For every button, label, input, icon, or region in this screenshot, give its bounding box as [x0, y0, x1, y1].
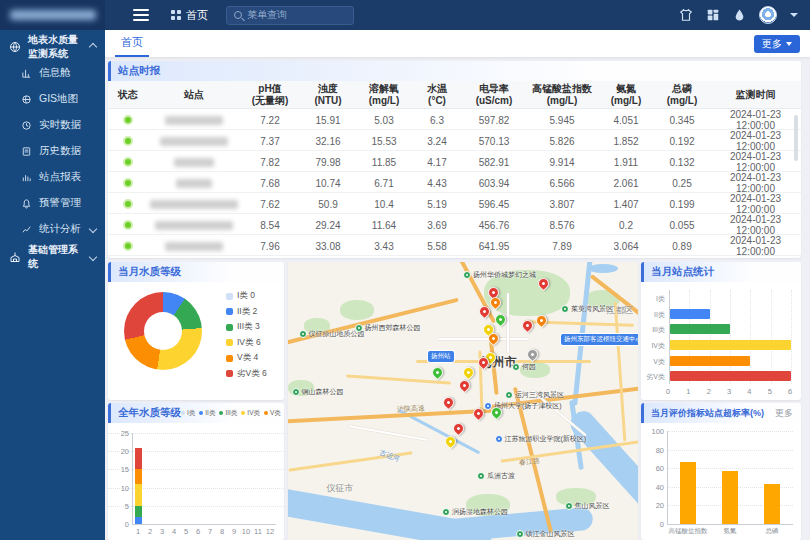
table-row[interactable]: 8.5429.2411.643.69456.768.5760.20.055202…	[108, 214, 801, 235]
category-label: II类	[641, 310, 665, 320]
table-cell: 5.19	[412, 199, 462, 210]
hamburger-menu-icon[interactable]	[133, 9, 149, 21]
alarm-icon	[21, 198, 32, 209]
table-scrollbar[interactable]	[794, 115, 798, 161]
table-row[interactable]: 7.6250.910.45.19596.453.8071.4070.199202…	[108, 193, 801, 214]
table-cell: 7.62	[240, 199, 300, 210]
table-cell: 15.53	[356, 136, 412, 147]
column-header: 站点	[148, 89, 240, 101]
sidebar-group-surface-water[interactable]: 地表水质量监测系统	[0, 34, 105, 60]
table-cell: 2024-01-23 12:00:00	[710, 151, 801, 173]
table-cell: 5.826	[526, 136, 598, 147]
table-cell: 2.061	[598, 178, 654, 189]
more-button[interactable]: 更多	[754, 35, 800, 53]
station-pin-green[interactable]	[430, 365, 446, 381]
legend-item: III类	[219, 409, 237, 418]
table-row[interactable]: 7.2215.915.036.3597.825.9454.0510.345202…	[108, 109, 801, 130]
table-cell: 0.055	[654, 220, 710, 231]
table-cell: 7.68	[240, 178, 300, 189]
sidebar-item-7[interactable]: 统计分析	[0, 216, 105, 242]
more-link[interactable]: 更多	[775, 407, 793, 420]
legend-label: III类 3	[237, 321, 260, 333]
station-pin-yellow[interactable]	[460, 365, 476, 381]
station-pin-red[interactable]	[457, 378, 473, 394]
map-pins-layer	[288, 262, 638, 540]
y-tick-label: 10	[121, 484, 129, 493]
station-name-blurred	[148, 179, 240, 188]
legend-item: I类	[181, 409, 195, 418]
station-pin-gray[interactable]	[524, 347, 540, 363]
legend-swatch	[226, 355, 233, 362]
table-row[interactable]: 7.8279.9811.854.17582.919.9141.9110.1322…	[108, 151, 801, 172]
table-cell: 2024-01-23 12:00:00	[710, 130, 801, 152]
y-tick-label: 20	[121, 447, 129, 456]
breadcrumb[interactable]: 首页	[171, 8, 208, 23]
breadcrumb-home[interactable]: 首页	[186, 8, 208, 23]
station-pin-red[interactable]	[451, 421, 467, 437]
status-cell	[108, 241, 148, 251]
globe-icon	[9, 41, 21, 53]
category-label: III类	[641, 325, 665, 335]
tab-home[interactable]: 首页	[115, 30, 149, 57]
column-header: 监测时间	[710, 89, 801, 101]
x-tick-label: 9	[228, 527, 240, 536]
station-pin-red[interactable]	[476, 304, 492, 320]
sidebar-item-2[interactable]: GIS地图	[0, 86, 105, 112]
blurred-text	[176, 179, 212, 188]
column-header: 电导率(uS/cm)	[462, 83, 526, 106]
table-cell: 3.24	[412, 136, 462, 147]
y-axis-line	[132, 433, 133, 524]
sidebar-item-1[interactable]: 信息舱	[0, 60, 105, 86]
sidebar-item-4[interactable]: 历史数据	[0, 138, 105, 164]
station-pin-yellow[interactable]	[443, 434, 459, 450]
x-tick-label: 4	[168, 527, 180, 536]
theme-skin-icon[interactable]	[679, 8, 693, 22]
column-header: 水温(°C)	[412, 83, 462, 106]
table-row[interactable]: 7.6810.746.714.43603.946.5662.0610.25202…	[108, 172, 801, 193]
station-pin-red[interactable]	[536, 276, 552, 292]
clock-icon	[21, 120, 32, 131]
y-tick-label: 40	[656, 483, 664, 492]
sidebar-item-6[interactable]: 预警管理	[0, 190, 105, 216]
sidebar-item-5[interactable]: 站点报表	[0, 164, 105, 190]
table-row[interactable]: 7.3732.1615.533.24570.135.8261.8520.1922…	[108, 130, 801, 151]
gis-map-icon	[21, 94, 32, 105]
station-name-blurred	[148, 242, 240, 251]
sidebar-item-3[interactable]: 实时数据	[0, 112, 105, 138]
status-dot-online	[123, 157, 133, 167]
station-pin-orange[interactable]	[534, 313, 550, 329]
station-pin-red[interactable]	[471, 406, 487, 422]
user-avatar[interactable]	[759, 6, 777, 24]
sidebar-items: 信息舱GIS地图实时数据历史数据站点报表预警管理统计分析	[0, 60, 105, 242]
table-row[interactable]: 7.9633.083.435.58641.957.893.0640.892024…	[108, 235, 801, 256]
status-dot-online	[123, 115, 133, 125]
map-panel[interactable]: 扬州市江都区仪征市仪征捺山地质公园扬州西郊森林公园铜山森林公园扬州华侨城梦幻之城…	[288, 262, 638, 540]
category-label: V类	[641, 357, 665, 367]
table-cell: 2024-01-23 12:00:00	[710, 235, 801, 257]
chevron-down-icon[interactable]	[790, 13, 798, 17]
exceed-rate-bar-chart: 020406080100高锰酸盐指数氨氮总磷	[641, 423, 801, 540]
legend-label: IV类 6	[237, 337, 261, 349]
station-pin-green[interactable]	[492, 312, 508, 328]
station-name-blurred	[148, 200, 240, 209]
legend-label: III类	[225, 409, 237, 418]
legend-label: IV类	[247, 409, 260, 418]
water-drop-icon[interactable]	[733, 8, 746, 22]
blurred-text	[165, 116, 223, 125]
table-cell: 6.566	[526, 178, 598, 189]
bar	[764, 484, 780, 524]
layout-size-icon[interactable]	[706, 8, 720, 22]
menu-search-input[interactable]: 菜单查询	[226, 6, 354, 25]
table-cell: 3.43	[356, 241, 412, 252]
hbar	[670, 340, 791, 350]
table-cell: 4.17	[412, 157, 462, 168]
table-cell: 7.82	[240, 157, 300, 168]
station-pin-red[interactable]	[440, 395, 456, 411]
sidebar-group-base-mgmt[interactable]: 基础管理系统	[0, 244, 105, 270]
station-pin-green[interactable]	[488, 405, 504, 421]
table-cell: 0.89	[654, 241, 710, 252]
table-cell: 3.064	[598, 241, 654, 252]
station-pin-red[interactable]	[519, 318, 535, 334]
station-name-blurred	[148, 137, 240, 146]
bar	[722, 471, 738, 524]
